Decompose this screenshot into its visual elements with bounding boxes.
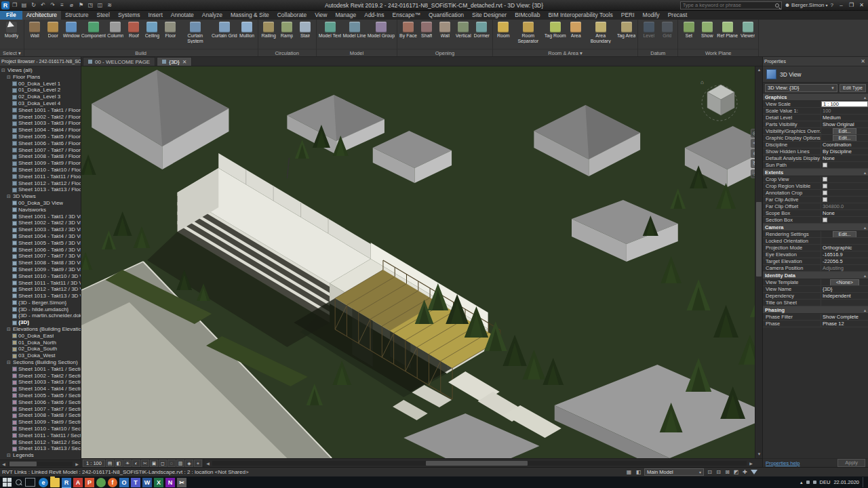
tree-item-sections-building-section[interactable]: ⊟Sections (Building Section) bbox=[0, 359, 81, 366]
property-value-scope-box[interactable]: None bbox=[821, 210, 868, 216]
undo-icon[interactable]: ↶ bbox=[39, 1, 47, 9]
checkbox[interactable] bbox=[823, 184, 827, 188]
tree-item-sheet-1001-takt1-floor-pla[interactable]: Sheet 1001 - Takt1 / Floor Pla... bbox=[0, 107, 81, 114]
tree-item-sheet-1004-takt4-section[interactable]: Sheet 1004 - Takt4 / Section... bbox=[0, 386, 81, 392]
tool-room-separator[interactable]: Room Separator bbox=[513, 20, 544, 43]
scroll-left-icon[interactable]: ◀ bbox=[204, 461, 212, 466]
tool-area[interactable]: Area bbox=[567, 20, 585, 39]
tool-window[interactable]: Window bbox=[62, 20, 81, 39]
tree-item-00-doka-level-1[interactable]: 00_Doka_Level 1 bbox=[0, 81, 81, 87]
tree-item-sheet-1003-takt3-3d-vie[interactable]: Sheet 1003 - Takt3 / 3D Vie... bbox=[0, 226, 81, 233]
instance-selector-combo[interactable]: 3D View: {3D} ▼ bbox=[765, 84, 837, 92]
collapse-icon[interactable]: ▴ bbox=[864, 273, 866, 278]
tool-mullion[interactable]: Mullion bbox=[238, 20, 256, 39]
design-options-icon[interactable]: ◧ bbox=[635, 469, 642, 475]
tree-expander-icon[interactable]: ⊟ bbox=[7, 459, 13, 460]
taskbar-app-edge[interactable]: e bbox=[39, 478, 48, 487]
property-value-phase[interactable]: Phase 12 bbox=[821, 321, 868, 327]
tree-expander-icon[interactable]: ⊟ bbox=[7, 452, 13, 459]
tree-item-sheet-1012-takt12-sectio[interactable]: Sheet 1012 - Takt12 / Sectio... bbox=[0, 439, 81, 446]
property-value-title-on-sheet[interactable] bbox=[821, 300, 868, 306]
shadows-icon[interactable]: ◐ bbox=[132, 460, 140, 467]
search-input[interactable] bbox=[683, 2, 774, 8]
worksets-icon[interactable]: ▦ bbox=[625, 469, 633, 475]
collapse-icon[interactable]: ▴ bbox=[864, 95, 866, 100]
property-value-target-elevation[interactable]: -22056.5 bbox=[821, 258, 868, 264]
ribbon-tab-systems[interactable]: Systems bbox=[114, 11, 144, 20]
tree-item-schedules-quantities-all[interactable]: ⊟Schedules/Quantities (all) bbox=[0, 459, 81, 460]
tree-item-legends[interactable]: ⊟Legends bbox=[0, 452, 81, 459]
tree-item-sheet-1010-takt10-floor-p[interactable]: Sheet 1010 - Takt10 / Floor P... bbox=[0, 167, 81, 174]
tree-item-sheet-1005-takt5-floor-pla[interactable]: Sheet 1005 - Takt5 / Floor Pla... bbox=[0, 134, 81, 140]
tree-item-sheet-1013-takt13-3d-vi[interactable]: Sheet 1013 - Takt13 / 3D Vi... bbox=[0, 293, 81, 300]
tree-item-01-doka-level-2[interactable]: 01_Doka_Level 2 bbox=[0, 87, 81, 94]
ribbon-tab-bim-interoperability-tools[interactable]: BIM Interoperability Tools bbox=[544, 11, 616, 20]
properties-section-camera[interactable]: Camera▴ bbox=[763, 224, 868, 231]
properties-section-phasing[interactable]: Phasing▴ bbox=[763, 306, 868, 314]
tree-item-views-all[interactable]: ⊟Views (all) bbox=[0, 67, 81, 74]
revit-logo[interactable]: R bbox=[1, 1, 9, 9]
tree-item-sheet-1011-takt11-floor-p[interactable]: Sheet 1011 - Takt11 / Floor P... bbox=[0, 174, 81, 180]
tool-viewer[interactable]: Viewer bbox=[738, 20, 757, 39]
tool-tag-area[interactable]: Tag Area bbox=[616, 20, 637, 39]
view-tab-00-welcome-page[interactable]: 00 - WELCOME PAGE bbox=[83, 57, 155, 66]
tool-show[interactable]: Show bbox=[698, 20, 716, 39]
ribbon-tab-manage[interactable]: Manage bbox=[332, 11, 361, 20]
ribbon-group-label-circulation[interactable]: Circulation bbox=[258, 49, 316, 56]
ribbon-group-label-work-plane[interactable]: Work Plane bbox=[678, 49, 758, 56]
tree-item-02-doka-level-3[interactable]: 02_Doka_Level 3 bbox=[0, 94, 81, 100]
taskbar-app-revit[interactable]: R bbox=[62, 478, 71, 487]
tool-area-boundary[interactable]: Area Boundary bbox=[585, 20, 616, 43]
properties-section-identity-data[interactable]: Identity Data▴ bbox=[763, 272, 868, 279]
collapse-icon[interactable]: ▴ bbox=[864, 225, 866, 230]
tree-item-sheet-1010-takt10-3d-vi[interactable]: Sheet 1010 - Takt10 / 3D Vi... bbox=[0, 273, 81, 280]
tree-item-03-doka-level-4[interactable]: 03_Doka_Level 4 bbox=[0, 100, 81, 107]
properties-section-extents[interactable]: Extents▴ bbox=[763, 169, 868, 176]
ribbon-group-label-build[interactable]: Build bbox=[24, 49, 258, 56]
tool-curtain-system[interactable]: Curtain System bbox=[180, 20, 211, 43]
search-icon[interactable] bbox=[775, 3, 779, 7]
select-links-icon[interactable]: ⊡ bbox=[706, 469, 713, 475]
taskbar-app-excel[interactable]: X bbox=[154, 478, 163, 487]
tree-item-02-doka-south[interactable]: 02_Doka_South bbox=[0, 346, 81, 352]
reveal-hidden-icon[interactable]: ◌ bbox=[167, 460, 176, 467]
property-value-phase-filter[interactable]: Show Complete bbox=[821, 314, 868, 320]
design-options-select[interactable]: Main Model ▾ bbox=[644, 468, 704, 476]
checkbox[interactable] bbox=[823, 218, 827, 222]
tool-component[interactable]: Component bbox=[81, 20, 106, 39]
tool-wall[interactable]: Wall bbox=[436, 20, 454, 39]
task-view-icon[interactable] bbox=[25, 478, 35, 487]
drag-elements-icon[interactable]: ✚ bbox=[741, 469, 749, 475]
property-button[interactable]: Edit... bbox=[833, 128, 857, 134]
3d-scene[interactable] bbox=[81, 66, 755, 458]
tool-ceiling[interactable]: Ceiling bbox=[143, 20, 161, 39]
property-value-scale-value-1[interactable]: 100 bbox=[821, 108, 868, 114]
view-tab-3d[interactable]: {3D}✕ bbox=[157, 57, 192, 66]
tree-item-floor-plans[interactable]: ⊟Floor Plans bbox=[0, 74, 81, 81]
property-value-annotation-crop[interactable] bbox=[821, 190, 868, 196]
thin-lines-icon[interactable]: ≋ bbox=[105, 1, 114, 9]
property-value-default-analysis-display-s[interactable]: None bbox=[821, 155, 868, 161]
view-cube[interactable]: ⌂ bbox=[698, 76, 745, 123]
tree-item-sheet-1006-takt6-floor-pla[interactable]: Sheet 1006 - Takt6 / Floor Pla... bbox=[0, 140, 81, 147]
property-value-view-name[interactable]: {3D} bbox=[821, 286, 868, 292]
property-value-crop-region-visible[interactable] bbox=[821, 183, 868, 189]
tree-item-sheet-1013-takt13-floor-p[interactable]: Sheet 1013 - Takt13 / Floor P... bbox=[0, 186, 81, 193]
edit-type-button[interactable]: Edit Type bbox=[840, 84, 866, 92]
tree-item-sheet-1002-takt2-floor-pla[interactable]: Sheet 1002 - Takt2 / Floor Pla... bbox=[0, 114, 81, 121]
section-icon[interactable]: ◫ bbox=[96, 1, 104, 9]
tree-item-00-doka-3d-view[interactable]: 00_Doka_3D View bbox=[0, 200, 81, 207]
measure-icon[interactable]: ⌀ bbox=[67, 1, 76, 9]
property-value-sun-path[interactable] bbox=[821, 162, 868, 168]
ribbon-tab-add-ins[interactable]: Add-Ins bbox=[360, 11, 388, 20]
tree-item-sheet-1009-takt9-floor-pla[interactable]: Sheet 1009 - Takt9 / Floor Pla... bbox=[0, 160, 81, 167]
property-value-rendering-settings[interactable]: Edit... bbox=[821, 231, 868, 237]
tool-tag-room[interactable]: Tag Room bbox=[544, 20, 567, 39]
close-button[interactable]: ✕ bbox=[856, 1, 867, 10]
property-value-discipline[interactable]: Coordination bbox=[821, 142, 868, 148]
property-value-view-scale[interactable]: 1 : 100 bbox=[821, 101, 868, 107]
temporary-hide-isolate-icon[interactable]: ◻ bbox=[159, 460, 167, 467]
visual-style-icon[interactable]: ◧ bbox=[115, 460, 123, 467]
tree-item-sheet-1012-takt12-floor-p[interactable]: Sheet 1012 - Takt12 / Floor P... bbox=[0, 180, 81, 187]
ribbon-group-label-room-area[interactable]: Room & Area ▾ bbox=[493, 49, 638, 56]
